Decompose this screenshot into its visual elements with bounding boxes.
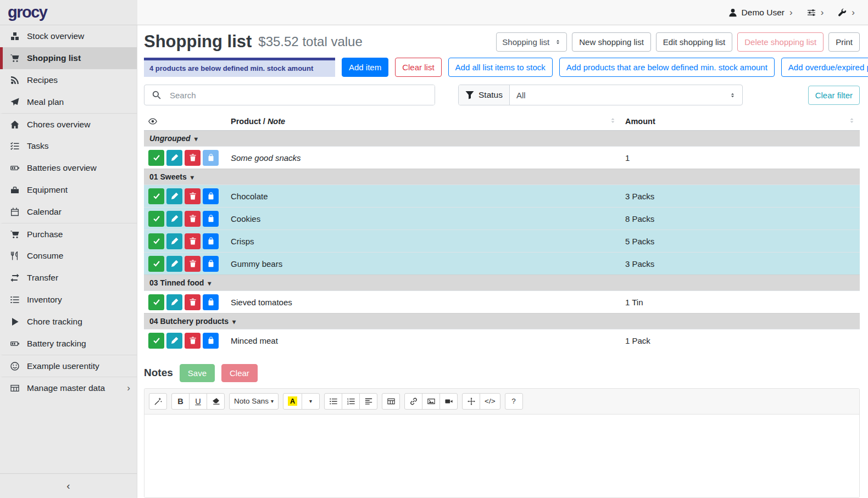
mark-done-button[interactable] (148, 256, 164, 272)
sidebar-item-batteries-overview[interactable]: Batteries overview (0, 157, 137, 179)
delete-item-button[interactable] (185, 233, 201, 249)
delete-item-button[interactable] (185, 333, 201, 349)
item-amount: 1 Tin (621, 291, 860, 314)
eye-icon[interactable] (148, 117, 222, 126)
item-product: Gummy bears (226, 253, 621, 275)
mark-done-button[interactable] (148, 294, 164, 310)
add-below-min-stock-button[interactable]: Add products that are below defined min.… (559, 58, 775, 77)
user-menu[interactable]: Demo User › (728, 8, 793, 18)
new-shopping-list-button[interactable]: New shopping list (572, 32, 651, 52)
clear-formatting-button[interactable] (207, 393, 225, 410)
magic-style-button[interactable] (149, 393, 167, 410)
grocy-logo[interactable]: grocy (8, 3, 47, 21)
highlight-swatch: A (288, 396, 297, 406)
delete-item-button[interactable] (185, 294, 201, 310)
search-input[interactable] (169, 85, 435, 105)
ordered-list-button[interactable] (342, 393, 360, 410)
amount-column-header[interactable]: Amount (621, 113, 860, 131)
group-header-row[interactable]: 01 Sweets▾ (144, 169, 860, 185)
add-overdue-button[interactable]: Add overdue/expired products (781, 58, 868, 77)
sidebar-item-consume[interactable]: Consume (0, 245, 137, 267)
insert-video-button[interactable] (439, 393, 458, 410)
mark-done-button[interactable] (148, 150, 164, 166)
notes-clear-button[interactable]: Clear (221, 364, 258, 382)
sort-icon[interactable] (848, 117, 855, 124)
sidebar-item-purchase[interactable]: Purchase (0, 223, 137, 245)
delete-item-button[interactable] (185, 256, 201, 272)
edit-shopping-list-button[interactable]: Edit shopping list (656, 32, 732, 52)
code-view-button[interactable]: </> (480, 393, 500, 410)
sidebar-item-shopping-list[interactable]: Shopping list (0, 47, 137, 69)
user-menu-label: Demo User (742, 8, 784, 18)
edit-item-button[interactable] (166, 188, 182, 204)
underline-button[interactable]: U (189, 393, 207, 410)
add-all-to-stock-button[interactable]: Add all list items to stock (448, 58, 553, 77)
sidebar-item-stock-overview[interactable]: Stock overview (0, 25, 137, 47)
highlight-color-button[interactable]: A (283, 393, 302, 410)
insert-picture-button[interactable] (422, 393, 440, 410)
clear-filter-button[interactable]: Clear filter (808, 86, 860, 105)
shopping-list-select[interactable]: Shopping list (496, 32, 567, 52)
sidebar-item-example-userentity[interactable]: Example userentity (0, 355, 137, 377)
insert-table-button[interactable] (382, 393, 400, 410)
table-row: Gummy bears 3 Packs (144, 253, 860, 275)
add-to-stock-button[interactable] (203, 256, 219, 272)
sort-icon[interactable] (609, 117, 616, 124)
sidebar-item-battery-tracking[interactable]: Battery tracking (0, 333, 137, 355)
help-button[interactable]: ? (505, 393, 523, 410)
sidebar-item-recipes[interactable]: Recipes (0, 69, 137, 91)
add-item-button[interactable]: Add item (342, 58, 388, 77)
edit-item-button[interactable] (166, 211, 182, 227)
sidebar-item-chore-tracking[interactable]: Chore tracking (0, 311, 137, 333)
delete-shopping-list-button[interactable]: Delete shopping list (737, 32, 824, 52)
sidebar-item-equipment[interactable]: Equipment (0, 179, 137, 201)
settings-menu[interactable]: › (807, 8, 824, 17)
fullscreen-button[interactable] (462, 393, 480, 410)
delete-item-button[interactable] (185, 188, 201, 204)
sidebar-item-manage-master-data[interactable]: Manage master data› (0, 377, 137, 399)
sidebar-item-meal-plan[interactable]: Meal plan (0, 91, 137, 113)
sidebar-item-tasks[interactable]: Tasks (0, 135, 137, 157)
sidebar-item-inventory[interactable]: Inventory (0, 289, 137, 311)
mark-done-button[interactable] (148, 188, 164, 204)
add-to-stock-button[interactable] (203, 188, 219, 204)
mark-done-button[interactable] (148, 233, 164, 249)
notes-save-button[interactable]: Save (180, 364, 215, 382)
delete-item-button[interactable] (185, 211, 201, 227)
add-to-stock-button[interactable] (203, 333, 219, 349)
add-to-stock-button[interactable] (203, 211, 219, 227)
add-to-stock-button[interactable] (203, 150, 219, 166)
product-column-header[interactable]: Product / Note (226, 113, 621, 131)
status-select[interactable]: All (510, 85, 742, 105)
add-to-stock-button[interactable] (203, 233, 219, 249)
admin-menu[interactable]: › (838, 8, 855, 17)
edit-item-button[interactable] (166, 333, 182, 349)
clear-list-button[interactable]: Clear list (395, 58, 441, 77)
paragraph-align-button[interactable] (359, 393, 377, 410)
add-to-stock-button[interactable] (203, 294, 219, 310)
sidebar-item-transfer[interactable]: Transfer (0, 267, 137, 289)
item-amount: 8 Packs (621, 208, 860, 230)
delete-item-button[interactable] (185, 150, 201, 166)
sidebar-item-chores-overview[interactable]: Chores overview (0, 113, 137, 135)
search-icon (144, 91, 169, 99)
insert-link-button[interactable] (404, 393, 422, 410)
highlight-color-dropdown[interactable]: ▾ (302, 393, 320, 410)
sidebar-collapse-button[interactable]: ‹ (0, 473, 137, 498)
group-header-row[interactable]: 03 Tinned food▾ (144, 275, 860, 291)
edit-item-button[interactable] (166, 294, 182, 310)
mark-done-button[interactable] (148, 333, 164, 349)
print-button[interactable]: Print (828, 32, 860, 52)
edit-item-button[interactable] (166, 233, 182, 249)
bold-button[interactable]: B (171, 393, 190, 410)
notes-text-area[interactable] (144, 415, 859, 498)
font-family-button[interactable]: Noto Sans▾ (229, 393, 279, 410)
unordered-list-button[interactable] (324, 393, 342, 410)
group-header-row[interactable]: 04 Butchery products▾ (144, 314, 860, 329)
mark-done-button[interactable] (148, 211, 164, 227)
group-header-row[interactable]: Ungrouped▾ (144, 131, 860, 147)
sidebar-item-calendar[interactable]: Calendar (0, 201, 137, 223)
edit-item-button[interactable] (166, 256, 182, 272)
edit-item-button[interactable] (166, 150, 182, 166)
min-stock-alert[interactable]: 4 products are below defined min. stock … (144, 58, 335, 77)
